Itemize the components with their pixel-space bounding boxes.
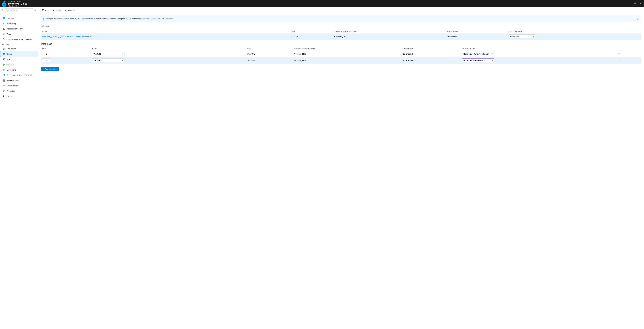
properties-icon xyxy=(2,90,5,92)
data-disk-col-encryption: ENCRYPTION xyxy=(401,47,461,51)
data-disk-col-caching: HOST CACHING xyxy=(461,47,616,51)
sidebar-disks-label: Disks xyxy=(6,53,12,55)
networking-icon xyxy=(2,47,5,50)
sidebar-security-label: Security xyxy=(6,64,14,66)
discard-label: Discard xyxy=(55,10,62,12)
content-scroll: ℹ Managed disks created since June 10, 2… xyxy=(38,14,644,329)
header-title-area: myWAVM - Disks Virtual machine xyxy=(8,3,27,7)
sidebar-item-security[interactable]: Security xyxy=(0,62,38,67)
sidebar-scroll-up-button[interactable]: ▲ xyxy=(0,14,2,16)
refresh-button[interactable]: Refresh xyxy=(64,9,76,13)
activity-log-icon xyxy=(2,22,5,25)
os-disk-caching-select[interactable]: None Read-only Read/write xyxy=(509,35,535,39)
discard-button[interactable]: ✕ Discard xyxy=(51,9,63,13)
sidebar-scroll-down-button[interactable]: ▼ xyxy=(0,99,2,101)
svg-rect-28 xyxy=(4,81,5,81)
locks-icon xyxy=(2,95,5,98)
os-disk-link[interactable]: myWAVM_OsDisk_1_f8678795084e451c8bfdb837… xyxy=(42,35,94,38)
sidebar-item-continuous-delivery[interactable]: Continuous delivery (Preview) xyxy=(0,73,38,78)
data-disk-col-size: SIZE xyxy=(246,47,292,51)
sidebar-item-networking[interactable]: Networking xyxy=(0,46,38,51)
data-disk-0-caching-cell: None Read-only Read/write Read-only + Wr… xyxy=(461,51,616,57)
svg-rect-37 xyxy=(42,10,44,10)
header-title: myWAVM - Disks xyxy=(8,3,27,5)
data-disk-1-storage: Premium_LRS xyxy=(292,57,401,64)
data-disks-table: LUN NAME SIZE STORAGE ACCOUNT TYPE ENCRY… xyxy=(41,47,641,64)
sidebar-item-access-control[interactable]: Access control (IAM) xyxy=(0,26,38,31)
svg-rect-31 xyxy=(3,86,5,86)
toolbar: Save ✕ Discard Refresh xyxy=(38,7,644,14)
data-disk-0-detach-icon[interactable] xyxy=(618,53,620,56)
sidebar-nav: ▲ Overview Activity log Access control (… xyxy=(0,13,38,329)
svg-rect-2 xyxy=(3,17,4,18)
os-disk-section: OS disk NAME SIZE STORAGE ACCOUNT TYPE E… xyxy=(41,25,641,40)
refresh-label: Refresh xyxy=(68,10,74,12)
svg-rect-23 xyxy=(4,69,4,71)
breadcrumb-separator: > xyxy=(6,0,8,2)
pin-button[interactable]: 📌 xyxy=(633,2,637,6)
header-subtitle: Virtual machine xyxy=(8,5,27,7)
os-disk-caching-cell: None Read-only Read/write xyxy=(508,33,641,40)
sidebar-networking-label: Networking xyxy=(6,48,16,50)
add-data-disk-button[interactable]: + Add data disk xyxy=(41,67,59,71)
sidebar-activity-log-label: Activity log xyxy=(6,23,16,25)
close-button[interactable]: ✕ xyxy=(639,2,642,6)
settings-section-label: SETTINGS xyxy=(0,42,38,46)
sidebar-item-size[interactable]: Size xyxy=(0,57,38,62)
header-left: Home > myWAVM - Disks myWAVM - Disks Vir… xyxy=(2,0,27,7)
data-disk-1-lun-input[interactable] xyxy=(42,58,51,62)
svg-rect-8 xyxy=(3,24,4,24)
svg-rect-38 xyxy=(42,10,44,11)
security-icon xyxy=(2,63,5,66)
table-row: myWAVM_OsDisk_1_f8678795084e451c8bfdb837… xyxy=(41,33,641,40)
sidebar-item-locks[interactable]: Locks xyxy=(0,94,38,99)
svg-point-11 xyxy=(3,34,4,34)
os-disk-col-caching: HOST CACHING xyxy=(508,30,641,33)
data-disk-0-name-select[interactable]: WADisk1 xyxy=(92,52,124,56)
sidebar-tags-label: Tags xyxy=(6,33,10,35)
save-button[interactable]: Save xyxy=(40,9,50,13)
os-disk-encryption-cell: Not enabled xyxy=(446,33,508,40)
sidebar-item-properties[interactable]: Properties xyxy=(0,88,38,94)
sidebar-item-configuration[interactable]: Configuration xyxy=(0,83,38,88)
svg-rect-7 xyxy=(3,23,5,23)
data-disk-0-caching-select[interactable]: None Read-only Read/write Read-only + Wr… xyxy=(462,52,494,56)
sidebar-item-availability-set[interactable]: Availability set xyxy=(0,78,38,83)
sidebar-item-activity-log[interactable]: Activity log xyxy=(0,21,38,26)
table-row: WADisk2 1023 GiB Premium_LRS Not enabled… xyxy=(41,57,641,64)
sidebar-locks-label: Locks xyxy=(6,95,12,97)
data-disk-col-lun: LUN xyxy=(41,47,91,51)
sidebar-item-diagnose[interactable]: Diagnose and solve problems xyxy=(0,37,38,42)
sidebar-item-tags[interactable]: Tags xyxy=(0,31,38,37)
svg-rect-21 xyxy=(3,59,4,60)
refresh-icon xyxy=(65,9,67,12)
os-disk-col-encryption: ENCRYPTION xyxy=(446,30,508,33)
sidebar: 🔍 « ▲ Overview Activity log xyxy=(0,7,38,329)
diagnose-icon xyxy=(2,38,5,41)
data-disk-0-lun-input[interactable] xyxy=(42,52,51,56)
sidebar-item-extensions[interactable]: Extensions xyxy=(0,67,38,73)
data-disk-1-caching-select[interactable]: None Read-only Read/write Read-only + Wr… xyxy=(462,58,494,62)
external-link-icon[interactable] xyxy=(637,18,639,20)
data-disk-col-storage: STORAGE ACCOUNT TYPE xyxy=(292,47,401,51)
sidebar-item-disks[interactable]: Disks xyxy=(0,51,38,57)
data-disk-1-detach-icon[interactable] xyxy=(618,59,620,62)
svg-rect-29 xyxy=(3,85,5,85)
breadcrumb-home[interactable]: Home xyxy=(2,0,6,2)
svg-rect-26 xyxy=(4,79,5,80)
search-input[interactable] xyxy=(5,9,33,12)
info-banner: ℹ Managed disks created since June 10, 2… xyxy=(41,16,641,22)
data-disk-0-storage: Premium_LRS xyxy=(292,51,401,57)
sidebar-configuration-label: Configuration xyxy=(6,85,18,87)
svg-rect-3 xyxy=(4,17,5,18)
data-disk-col-actions xyxy=(616,47,641,51)
discard-icon: ✕ xyxy=(53,10,54,12)
sidebar-item-overview[interactable]: Overview xyxy=(0,16,38,21)
save-icon xyxy=(42,9,44,12)
save-label: Save xyxy=(45,10,49,12)
sidebar-size-label: Size xyxy=(6,58,10,61)
svg-rect-35 xyxy=(3,96,4,97)
breadcrumb-current: myWAVM - Disks xyxy=(8,0,20,2)
collapse-sidebar-button[interactable]: « xyxy=(34,9,36,12)
data-disk-1-name-select[interactable]: WADisk2 xyxy=(92,58,124,62)
